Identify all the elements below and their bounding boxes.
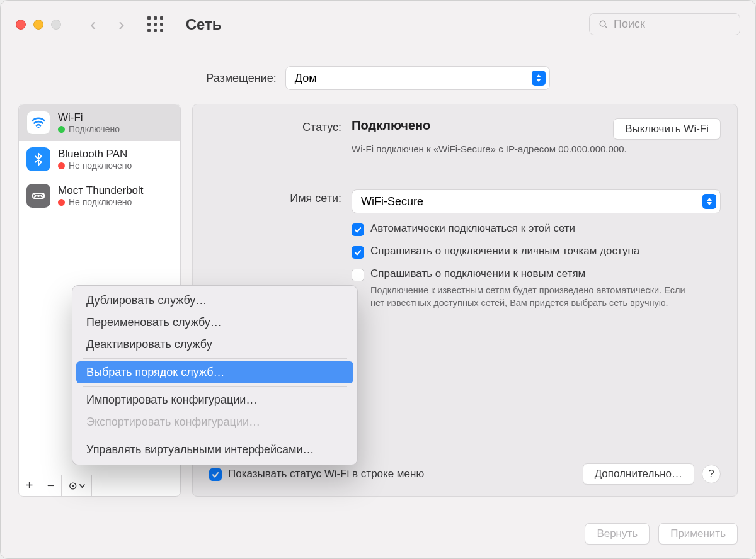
checkbox-icon <box>209 468 222 481</box>
location-select[interactable]: Дом <box>285 66 550 90</box>
menu-item-duplicate-service[interactable]: Дублировать службу… <box>76 290 353 312</box>
advanced-button[interactable]: Дополнительно… <box>583 463 694 485</box>
menu-item-export-configurations: Экспортировать конфигурации… <box>76 411 353 433</box>
service-status: Подключено <box>58 124 120 134</box>
close-window-button[interactable] <box>16 20 26 30</box>
service-status: Не подключено <box>58 161 132 171</box>
search-icon <box>598 19 609 30</box>
menu-separator <box>83 386 347 387</box>
checkbox-icon <box>352 269 364 281</box>
help-button[interactable]: ? <box>702 465 721 483</box>
network-name-value: WiFi-Secure <box>361 195 423 208</box>
service-item-wifi[interactable]: Wi-Fi Подключено <box>19 104 180 141</box>
status-value: Подключено <box>352 118 430 133</box>
forward-button: › <box>118 16 124 33</box>
service-actions-context-menu: Дублировать службу… Переименовать службу… <box>72 285 358 465</box>
service-actions-menu-button[interactable] <box>62 475 92 496</box>
menu-item-manage-virtual-interfaces[interactable]: Управлять виртуальными интерфейсами… <box>76 439 353 461</box>
wifi-icon <box>26 111 50 135</box>
checkbox-auto-join[interactable]: Автоматически подключаться к этой сети <box>352 222 721 236</box>
window-title: Сеть <box>186 16 222 33</box>
menu-item-deactivate-service[interactable]: Деактивировать службу <box>76 334 353 356</box>
checkbox-description: Подключение к известным сетям будет прои… <box>370 284 698 310</box>
revert-button[interactable]: Вернуть <box>585 523 650 545</box>
svg-point-2 <box>37 127 39 128</box>
bluetooth-icon <box>26 147 50 171</box>
menu-item-set-service-order[interactable]: Выбрать порядок служб… <box>76 361 353 383</box>
apply-button[interactable]: Применить <box>658 523 738 545</box>
service-name: Мост Thunderbolt <box>58 184 144 197</box>
status-dot-icon <box>58 162 65 169</box>
service-status: Не подключено <box>58 197 144 207</box>
window-footer: Вернуть Применить <box>585 523 738 545</box>
menu-item-rename-service[interactable]: Переименовать службу… <box>76 312 353 334</box>
svg-point-0 <box>600 21 605 26</box>
checkbox-ask-new-networks[interactable]: Спрашивать о подключении к новым сетям П… <box>352 268 721 310</box>
status-detail: Wi-Fi подключен к «WiFi-Secure» с IP-адр… <box>352 144 721 154</box>
status-dot-icon <box>58 126 65 133</box>
minimize-window-button[interactable] <box>33 20 43 30</box>
checkbox-label: Показывать статус Wi-Fi в строке меню <box>228 468 424 480</box>
status-label: Статус: <box>209 118 341 154</box>
nav-arrows: ‹ › <box>90 16 125 33</box>
search-input[interactable] <box>614 18 731 31</box>
checkbox-icon <box>352 223 364 236</box>
select-arrows-icon <box>532 71 546 86</box>
select-arrows-icon <box>702 194 716 209</box>
panel-footer: Показывать статус Wi-Fi в строке меню До… <box>209 463 721 485</box>
location-label: Размещение: <box>206 72 276 85</box>
back-button[interactable]: ‹ <box>90 16 96 33</box>
show-all-prefs-button[interactable] <box>147 16 163 32</box>
status-dot-icon <box>58 199 65 206</box>
checkbox-icon <box>352 246 364 259</box>
checkbox-ask-hotspot[interactable]: Спрашивать о подключении к личным точкам… <box>352 245 721 259</box>
network-name-select[interactable]: WiFi-Secure <box>352 189 721 213</box>
checkbox-label: Автоматически подключаться к этой сети <box>370 222 575 235</box>
menu-separator <box>83 436 347 436</box>
preferences-window: ‹ › Сеть Размещение: Дом Wi-Fi <box>0 0 756 559</box>
location-row: Размещение: Дом <box>1 48 755 104</box>
toggle-wifi-button[interactable]: Выключить Wi-Fi <box>613 118 721 140</box>
titlebar: ‹ › Сеть <box>1 1 755 48</box>
gear-dropdown-icon <box>68 480 86 492</box>
location-value: Дом <box>295 72 317 85</box>
svg-line-1 <box>605 26 607 28</box>
menu-separator <box>83 358 347 359</box>
menu-item-import-configurations[interactable]: Импортировать конфигурации… <box>76 389 353 411</box>
search-field[interactable] <box>589 13 740 35</box>
svg-point-4 <box>38 195 39 196</box>
thunderbolt-bridge-icon <box>26 184 50 208</box>
checkbox-show-in-menubar[interactable]: Показывать статус Wi-Fi в строке меню <box>209 467 575 481</box>
window-controls <box>16 20 61 30</box>
checkbox-label: Спрашивать о подключении к личным точкам… <box>370 245 639 257</box>
svg-point-6 <box>72 485 74 487</box>
sidebar-footer: + − <box>19 475 180 496</box>
add-service-button[interactable]: + <box>19 475 40 496</box>
checkbox-label: Спрашивать о подключении к новым сетям <box>370 268 698 280</box>
remove-service-button[interactable]: − <box>40 475 62 496</box>
service-name: Wi-Fi <box>58 111 120 124</box>
service-item-bluetooth[interactable]: Bluetooth PAN Не подключено <box>19 141 180 178</box>
service-name: Bluetooth PAN <box>58 148 132 161</box>
service-item-thunderbolt[interactable]: Мост Thunderbolt Не подключено <box>19 178 180 214</box>
zoom-window-button <box>51 20 61 30</box>
